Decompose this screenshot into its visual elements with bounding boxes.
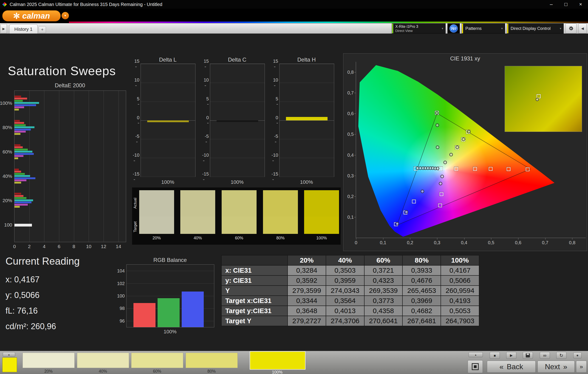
pattern-patch-40%[interactable] [77, 353, 129, 368]
measurement-marker [456, 146, 459, 149]
scroll-up-left-button[interactable]: ▲ [3, 352, 15, 357]
chevron-right-icon: ▶ [2, 27, 5, 31]
bottom-bar: ▲ 20%40%60%80%100% ▲ ■ ▶ ∞ ↻ ● « Back [0, 351, 588, 374]
stop-button[interactable]: ■ [490, 352, 500, 359]
calman-menu-button[interactable]: calman [2, 10, 61, 21]
patch-column: 80% [263, 190, 298, 234]
actual-patch [263, 190, 298, 217]
table-cell: 265,4653 [403, 286, 441, 295]
target-row-label: Target [133, 218, 138, 236]
measurement-marker [436, 167, 439, 170]
add-tab-button[interactable]: + [39, 26, 46, 33]
delta-l-title: Delta L [141, 56, 195, 63]
display-control-dropdown[interactable]: Direct Display Control ▼ [507, 23, 564, 33]
pattern-patch-20%[interactable] [22, 353, 75, 368]
y-tick-label: 0,8 [347, 70, 354, 75]
meter-select-dropdown[interactable]: X-Rite i1Pro 3 Direct View ▼ [392, 23, 446, 33]
minimize-button[interactable]: – [544, 0, 559, 9]
meter-accent [392, 24, 393, 33]
row-label: Target Y [222, 316, 287, 326]
gridline [59, 91, 59, 242]
y-tick-label: -10 [133, 152, 139, 163]
bar [14, 155, 23, 157]
group-label: 80% [2, 125, 12, 130]
bar [14, 173, 25, 175]
y-tick-label: 98 [120, 306, 125, 311]
table-cell: 279,2727 [288, 316, 326, 326]
bar [14, 202, 32, 203]
pattern-patch-80%[interactable] [186, 353, 238, 368]
x-tick-mark [572, 238, 572, 240]
x-tick-label: 0 [355, 240, 357, 245]
y-tick-label: 15 [273, 59, 278, 69]
bar-blue [182, 291, 204, 327]
delta-h-title: Delta H [279, 56, 334, 63]
next-button[interactable]: Next » [537, 361, 575, 373]
table-cell: 0,3592 [288, 276, 326, 285]
pattern-patch-60%[interactable] [131, 353, 183, 368]
bar [14, 144, 21, 146]
skip-forward-button[interactable]: » [576, 361, 587, 373]
refresh-button[interactable]: ↻ [556, 352, 567, 359]
table-cell: 0,4676 [403, 276, 441, 285]
row-label: x: CIE31 [222, 266, 287, 275]
patterns-label: Patterns [465, 26, 505, 31]
bar [147, 120, 189, 122]
measurement-marker [450, 153, 453, 156]
gridline [280, 102, 334, 102]
x-tick-mark [464, 238, 464, 240]
y-tick-label: 0,5 [347, 132, 354, 137]
actual-patch [304, 190, 339, 217]
calman-menu-dropdown-button[interactable]: ▼ [62, 12, 69, 19]
column-header: 80% [403, 256, 441, 265]
close-button[interactable]: × [573, 0, 588, 9]
record-button[interactable]: ● [573, 353, 582, 358]
x-tick-mark [410, 238, 410, 240]
scroll-up-right-button[interactable]: ▲ [469, 352, 483, 357]
table-cell: 0,3969 [403, 296, 441, 306]
rainbow-strip [69, 21, 588, 23]
workflow-nav-button[interactable]: ▶ [0, 24, 7, 33]
loop-button[interactable]: ∞ [540, 352, 550, 359]
group-label: 20% [2, 198, 12, 203]
meter-reading-badge[interactable]: 707 [447, 23, 460, 33]
window-title: Calman 2025 Calman Ultimate for Business… [10, 2, 162, 7]
calman-app: Calman 2025 Calman Ultimate for Business… [0, 0, 588, 374]
maximize-button[interactable]: □ [559, 0, 573, 9]
chevrons-right-icon: » [580, 363, 583, 370]
bar [14, 171, 21, 172]
x-tick-label: 0,1 [380, 240, 386, 245]
pattern-window-button[interactable] [468, 360, 483, 373]
bar [14, 126, 34, 128]
tab-history-1[interactable]: History 1 [9, 24, 38, 34]
infinity-icon: ∞ [543, 353, 546, 358]
y-tick-label: -5 [274, 134, 278, 144]
bar [14, 124, 26, 126]
patterns-dropdown[interactable]: Patterns ▼ [462, 23, 505, 33]
y-tick-label: 0 [276, 115, 278, 126]
table-cell: 0,5066 [441, 276, 479, 285]
pattern-patch-label: 80% [207, 369, 216, 374]
measurement-marker [435, 111, 439, 115]
y-tick-label: 5 [137, 96, 139, 107]
settings-button[interactable] [566, 23, 577, 33]
patch-label: 60% [222, 236, 257, 241]
pattern-patch-100%[interactable] [250, 351, 305, 370]
y-tick-label: 0 [137, 115, 139, 126]
column-header: 40% [326, 256, 364, 265]
y-tick-label: 0,6 [347, 111, 354, 116]
patch-column: 20% [139, 190, 174, 234]
bar [14, 100, 23, 102]
window-controls: – □ × [544, 0, 588, 9]
gridline [210, 64, 265, 64]
gridline [280, 158, 334, 158]
x-tick-mark [491, 238, 491, 240]
y-tick-label: 5 [206, 96, 209, 107]
target-marker [473, 167, 477, 171]
collapse-panel-button[interactable]: ◀ [578, 23, 587, 33]
play-button[interactable]: ▶ [506, 352, 516, 359]
gridline [118, 91, 119, 242]
back-button[interactable]: « Back [487, 361, 536, 373]
save-button[interactable] [523, 352, 533, 359]
x-tick-label: 6 [58, 244, 60, 249]
